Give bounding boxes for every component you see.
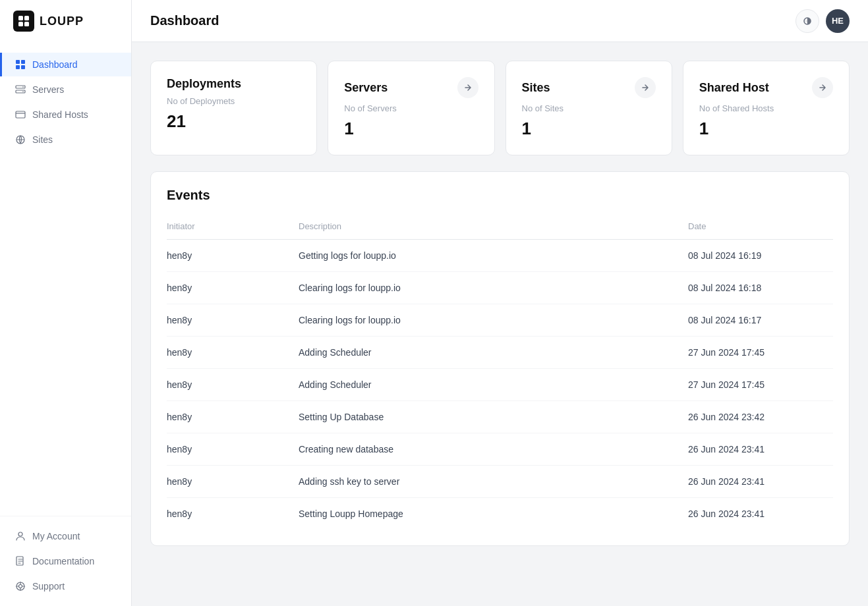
table-row: hen8yGetting logs for loupp.io08 Jul 202… — [167, 240, 833, 272]
col-header-description: Description — [299, 216, 688, 240]
arrow-right-icon — [818, 83, 827, 92]
event-date: 08 Jul 2024 16:17 — [688, 304, 833, 337]
main-area: Dashboard HE Deployments No of Deploymet… — [132, 0, 868, 606]
sidebar-item-my-account-label: My Account — [32, 531, 80, 541]
sidebar-item-sites-label: Sites — [32, 134, 53, 145]
svg-rect-1 — [24, 16, 29, 20]
svg-point-17 — [19, 585, 22, 588]
event-date: 26 Jun 2024 23:42 — [688, 401, 833, 433]
svg-rect-3 — [24, 22, 29, 26]
content-area: Deployments No of Deploymets 21 Servers … — [132, 42, 868, 606]
svg-rect-4 — [16, 60, 20, 64]
events-table: Initiator Description Date hen8yGetting … — [167, 216, 833, 530]
stat-card-sites-header: Sites — [522, 77, 656, 98]
table-row: hen8yClearing logs for loupp.io08 Jul 20… — [167, 304, 833, 337]
event-initiator: hen8y — [167, 433, 299, 466]
stat-card-shared-host-title: Shared Host — [699, 81, 769, 95]
event-initiator: hen8y — [167, 498, 299, 530]
user-avatar[interactable]: HE — [826, 9, 850, 33]
theme-toggle-button[interactable] — [796, 9, 819, 33]
event-initiator: hen8y — [167, 240, 299, 272]
table-row: hen8ySetting Up Database26 Jun 2024 23:4… — [167, 401, 833, 433]
sidebar-item-servers-label: Servers — [32, 84, 64, 95]
table-row: hen8yCreating new database26 Jun 2024 23… — [167, 433, 833, 466]
svg-rect-7 — [21, 65, 25, 69]
event-description: Getting logs for loupp.io — [299, 240, 688, 272]
svg-rect-5 — [21, 60, 25, 64]
event-description: Adding Scheduler — [299, 337, 688, 369]
stat-card-sites-label: No of Sites — [522, 103, 656, 113]
table-row: hen8yClearing logs for loupp.io08 Jul 20… — [167, 272, 833, 304]
logo-icon — [13, 11, 34, 32]
event-description: Creating new database — [299, 433, 688, 466]
sites-icon — [15, 134, 26, 145]
svg-point-11 — [22, 91, 24, 92]
topbar-actions: HE — [796, 9, 850, 33]
sidebar-item-support[interactable]: Support — [0, 574, 131, 598]
svg-rect-9 — [16, 90, 25, 93]
stat-card-deployments-value: 21 — [167, 111, 301, 132]
table-row: hen8yAdding Scheduler27 Jun 2024 17:45 — [167, 369, 833, 401]
stat-card-shared-host-label: No of Shared Hosts — [699, 103, 833, 113]
servers-icon — [15, 84, 26, 95]
svg-rect-12 — [16, 111, 25, 118]
event-date: 26 Jun 2024 23:41 — [688, 498, 833, 530]
sidebar-item-support-label: Support — [32, 581, 65, 592]
stat-card-servers-title: Servers — [344, 81, 388, 95]
stat-card-servers-arrow[interactable] — [457, 77, 478, 98]
stat-card-servers-value: 1 — [344, 119, 478, 139]
sidebar-item-documentation-label: Documentation — [32, 556, 94, 566]
sidebar-item-shared-hosts[interactable]: Shared Hosts — [0, 103, 131, 126]
event-date: 27 Jun 2024 17:45 — [688, 369, 833, 401]
stat-card-deployments-header: Deployments — [167, 77, 301, 91]
svg-rect-8 — [16, 86, 25, 88]
event-date: 27 Jun 2024 17:45 — [688, 337, 833, 369]
event-description: Clearing logs for loupp.io — [299, 272, 688, 304]
sidebar-nav: Dashboard Servers Shared Hosts — [0, 42, 131, 516]
table-row: hen8ySetting Loupp Homepage26 Jun 2024 2… — [167, 498, 833, 530]
event-initiator: hen8y — [167, 369, 299, 401]
sidebar-bottom: My Account Documentation Support — [0, 516, 131, 606]
sidebar-item-sites[interactable]: Sites — [0, 128, 131, 152]
event-description: Adding Scheduler — [299, 369, 688, 401]
my-account-icon — [15, 531, 26, 541]
sidebar-item-documentation[interactable]: Documentation — [0, 549, 131, 573]
topbar: Dashboard HE — [132, 0, 868, 42]
events-title: Events — [167, 188, 833, 203]
arrow-right-icon — [641, 83, 650, 92]
svg-rect-2 — [18, 22, 23, 26]
event-date: 26 Jun 2024 23:41 — [688, 466, 833, 498]
stat-card-sites-title: Sites — [522, 81, 550, 95]
stat-card-sites-value: 1 — [522, 119, 656, 139]
table-row: hen8yAdding ssh key to server26 Jun 2024… — [167, 466, 833, 498]
theme-icon — [802, 16, 813, 26]
page-title: Dashboard — [150, 13, 219, 28]
sidebar-item-dashboard-label: Dashboard — [32, 59, 78, 70]
stat-card-deployments: Deployments No of Deploymets 21 — [150, 61, 317, 155]
event-date: 08 Jul 2024 16:19 — [688, 240, 833, 272]
sidebar-item-shared-hosts-label: Shared Hosts — [32, 109, 88, 120]
svg-rect-6 — [16, 65, 20, 69]
stat-card-sites: Sites No of Sites 1 — [506, 61, 672, 155]
table-row: hen8yAdding Scheduler27 Jun 2024 17:45 — [167, 337, 833, 369]
events-table-header-row: Initiator Description Date — [167, 216, 833, 240]
stat-card-shared-host: Shared Host No of Shared Hosts 1 — [683, 61, 850, 155]
logo-area: LOUPP — [0, 0, 131, 42]
event-initiator: hen8y — [167, 466, 299, 498]
sidebar-item-dashboard[interactable]: Dashboard — [0, 53, 131, 76]
stat-card-deployments-title: Deployments — [167, 77, 241, 91]
sidebar-item-servers[interactable]: Servers — [0, 78, 131, 101]
sidebar-item-my-account[interactable]: My Account — [0, 524, 131, 548]
svg-rect-0 — [18, 16, 23, 20]
svg-point-14 — [18, 532, 22, 536]
stat-card-shared-host-value: 1 — [699, 119, 833, 139]
app-logo-text: LOUPP — [40, 14, 84, 28]
svg-point-10 — [22, 86, 24, 88]
stat-card-shared-host-arrow[interactable] — [812, 77, 833, 98]
events-card: Events Initiator Description Date hen8yG… — [150, 171, 850, 546]
stat-card-sites-arrow[interactable] — [635, 77, 656, 98]
stats-row: Deployments No of Deploymets 21 Servers … — [150, 61, 850, 155]
event-initiator: hen8y — [167, 401, 299, 433]
event-description: Setting Up Database — [299, 401, 688, 433]
shared-hosts-icon — [15, 109, 26, 120]
